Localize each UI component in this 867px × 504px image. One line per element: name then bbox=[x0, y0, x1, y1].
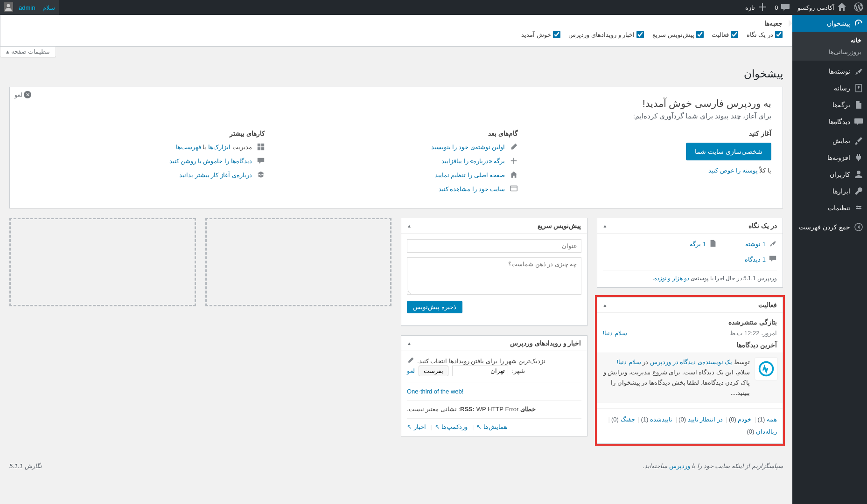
recent-time: امروز، 12:22 ب.ظ bbox=[730, 330, 777, 337]
menu-users[interactable]: کاربران bbox=[792, 166, 867, 183]
pencil-icon[interactable] bbox=[407, 357, 414, 366]
city-label: شهر: bbox=[512, 367, 525, 374]
theme-link[interactable]: دو هزار و نوزده bbox=[654, 275, 689, 282]
toggle-quickdraft[interactable]: ▲ bbox=[407, 223, 412, 228]
checkbox-welcome[interactable]: خوش آمدید bbox=[521, 31, 560, 38]
checkbox-quickdraft[interactable]: پیش‌نویس سریع bbox=[652, 31, 704, 38]
comments-link[interactable]: 0 bbox=[771, 0, 794, 15]
city-input[interactable] bbox=[452, 366, 508, 376]
version-line: وردپرس 5.1.1 در حال اجرا با پوسته‌ی دو ه… bbox=[603, 270, 777, 282]
recent-post-link[interactable]: سلام دنیا! bbox=[603, 330, 627, 337]
checkbox-news[interactable]: اخبار و رویدادهای وردپرس bbox=[568, 31, 644, 38]
widgets-icon bbox=[257, 143, 265, 151]
menu-comments[interactable]: دیدگاه‌ها bbox=[792, 113, 867, 130]
svg-point-4 bbox=[856, 206, 858, 207]
comment-author[interactable]: یک نویسنده‌ی دیدگاه در وردپرس bbox=[650, 359, 732, 366]
welcome-panel: ✕لغو به وردپرس فارسی خوش آمدید! برای آغا… bbox=[9, 87, 783, 208]
screen-options-tab[interactable]: تنظیمات صفحه ▴ bbox=[0, 47, 56, 57]
filter-spam[interactable]: جفنگ (0) bbox=[611, 416, 635, 423]
glance-title: در یک نگاه bbox=[748, 222, 777, 229]
home-icon bbox=[837, 2, 846, 13]
filter-all[interactable]: همه (1) bbox=[757, 416, 777, 423]
link-setup-home[interactable]: صفحه اصلی را تنظیم نمایید bbox=[435, 172, 505, 179]
menu-tools[interactable]: ابزارها bbox=[792, 183, 867, 200]
checkbox-glance[interactable]: در یک نگاه bbox=[747, 31, 783, 38]
svg-point-3 bbox=[857, 171, 860, 174]
comment-icon bbox=[781, 2, 790, 13]
comment-icon bbox=[769, 255, 777, 264]
welcome-col-start: آغاز کنید شخصی‌سازی سایت شما یا کلاً پوس… bbox=[527, 130, 771, 199]
my-account[interactable]: سلام admin bbox=[0, 0, 59, 15]
menu-plugins[interactable]: افزونه‌ها bbox=[792, 149, 867, 166]
checkbox-activity[interactable]: فعالیت bbox=[712, 31, 738, 38]
comment-body: توسط یک نویسنده‌ی دیدگاه در وردپرس در سل… bbox=[602, 357, 750, 398]
collapse-icon bbox=[854, 222, 863, 232]
empty-widget-drop[interactable] bbox=[205, 218, 392, 306]
menu-posts[interactable]: نوشته‌ها bbox=[792, 63, 867, 80]
widget-activity: فعالیت▲ بتازگی منتشرشده امروز، 12:22 ب.ظ… bbox=[597, 297, 783, 444]
menu-dashboard[interactable]: پیشخوان bbox=[792, 15, 867, 32]
new-content[interactable]: تازه bbox=[741, 0, 771, 15]
link-news[interactable]: اخبار ↗ bbox=[407, 423, 426, 430]
link-learn-more[interactable]: درباره‌ی آغاز کار بیشتر بدانید bbox=[179, 172, 252, 179]
save-draft-button[interactable]: ذخیره پیش‌نویس bbox=[407, 301, 462, 313]
link-menus[interactable]: فهرست‌ها bbox=[176, 144, 201, 151]
filter-trash[interactable]: زباله‌دان (0) bbox=[747, 428, 777, 435]
link-toggle-comments[interactable]: دیدگاه‌ها را خاموش یا روشن کنید bbox=[169, 158, 252, 165]
news-error: خطای RSS: WP HTTP Error: نشانی معتبر نیس… bbox=[407, 406, 581, 413]
link-widgets[interactable]: ابزارک‌ها bbox=[208, 144, 231, 151]
menu-media[interactable]: رسانه bbox=[792, 80, 867, 97]
dismiss-welcome[interactable]: ✕لغو bbox=[14, 91, 31, 98]
page-icon bbox=[854, 100, 863, 110]
filter-pending[interactable]: در انتظار تایید (0) bbox=[678, 416, 723, 423]
footer-wp-link[interactable]: وردپرس bbox=[669, 463, 690, 469]
empty-widget-drop[interactable] bbox=[9, 218, 196, 306]
link-add-about[interactable]: برگه «درباره» را بیافزایید bbox=[441, 158, 505, 165]
news-onethird: !One-third of the web bbox=[407, 382, 581, 401]
page-footer: سپاسگزاریم از اینکه سایت خود را با وردپر… bbox=[0, 463, 792, 474]
svg-rect-11 bbox=[261, 147, 264, 150]
comment-post[interactable]: سلام دنیا! bbox=[616, 359, 641, 366]
customize-button[interactable]: شخصی‌سازی سایت شما bbox=[686, 143, 771, 160]
menu-collapse[interactable]: جمع کردن فهرست bbox=[792, 219, 867, 235]
change-theme-line: یا کلاً پوسته را عوض کنید bbox=[527, 167, 771, 174]
menu-pages[interactable]: برگه‌ها bbox=[792, 97, 867, 113]
submenu-updates[interactable]: بروزرسانی‌ها bbox=[792, 46, 867, 58]
draft-title-input[interactable] bbox=[407, 239, 581, 253]
screen-options-panel: جعبه‌ها در یک نگاه فعالیت پیش‌نویس سریع … bbox=[0, 15, 792, 47]
external-icon: ↗ bbox=[407, 423, 412, 430]
wp-logo[interactable] bbox=[850, 0, 867, 15]
link-meetups[interactable]: همایش‌ها ↗ bbox=[476, 423, 507, 430]
glance-comments[interactable]: 1 دیدگاه bbox=[745, 256, 766, 263]
city-submit[interactable]: بفرست bbox=[419, 366, 448, 376]
comment-item: توسط یک نویسنده‌ی دیدگاه در وردپرس در سل… bbox=[597, 352, 783, 403]
welcome-col-more: کارهای بیشتر مدیریت ابزارک‌ها یا فهرست‌ه… bbox=[21, 130, 265, 199]
menu-dashboard-sub: خانه بروزرسانی‌ها bbox=[792, 32, 867, 61]
site-link[interactable]: آکادمی روکسو bbox=[794, 0, 850, 15]
glance-pages[interactable]: 1 برگه bbox=[690, 241, 706, 248]
filter-mine[interactable]: خودم (0) bbox=[729, 416, 752, 423]
city-cancel[interactable]: لغو bbox=[407, 367, 415, 374]
menu-appearance[interactable]: نمایش bbox=[792, 132, 867, 149]
draft-content-input[interactable] bbox=[407, 257, 581, 295]
news-footer: همایش‌ها ↗| وردکمپ‌ها ↗| اخبار ↗ bbox=[407, 418, 581, 430]
link-wordcamps[interactable]: وردکمپ‌ها ↗ bbox=[435, 423, 468, 430]
link-view-site[interactable]: سایت خود را مشاهده کنید bbox=[439, 186, 505, 193]
submenu-home[interactable]: خانه bbox=[792, 35, 867, 46]
link-first-post[interactable]: اولین نوشته‌ی خود را بنویسید bbox=[431, 144, 505, 151]
glance-posts[interactable]: 1 نوشته bbox=[745, 241, 766, 248]
page-icon bbox=[709, 239, 717, 249]
wordpress-icon bbox=[854, 2, 863, 13]
plus-icon bbox=[758, 2, 767, 13]
svg-rect-7 bbox=[510, 186, 517, 191]
admin-toolbar: آکادمی روکسو 0 تازه سلام admin bbox=[0, 0, 867, 15]
filter-approved[interactable]: تاییدشده (1) bbox=[641, 416, 673, 423]
greeting-text: سلام bbox=[42, 4, 55, 11]
toggle-glance[interactable]: ▲ bbox=[603, 223, 608, 228]
toggle-news[interactable]: ▲ bbox=[407, 341, 412, 346]
change-theme-link[interactable]: پوسته را عوض کنید bbox=[708, 167, 758, 174]
toggle-activity[interactable]: ▲ bbox=[603, 303, 608, 308]
welcome-sub: برای آغاز، چند پیوند برای شما گردآوری کر… bbox=[21, 112, 771, 120]
widget-news: اخبار و رویدادهای وردپرس▲ نزدیک‌ترین شهر… bbox=[401, 335, 587, 436]
menu-settings[interactable]: تنظیمات bbox=[792, 200, 867, 216]
